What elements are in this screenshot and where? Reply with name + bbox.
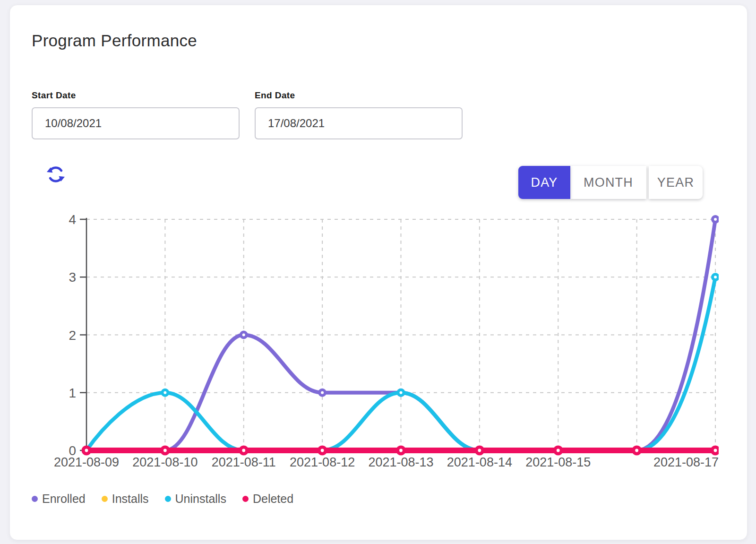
svg-text:0: 0 — [69, 443, 76, 458]
svg-text:4: 4 — [69, 212, 76, 227]
tab-year[interactable]: YEAR — [649, 166, 703, 199]
legend-label: Uninstalls — [175, 492, 226, 506]
svg-text:2021-08-09: 2021-08-09 — [54, 455, 119, 469]
chart-legend: EnrolledInstallsUninstallsDeleted — [32, 492, 293, 506]
start-date-label: Start Date — [32, 90, 240, 101]
svg-text:3: 3 — [69, 270, 76, 285]
svg-text:2021-08-13: 2021-08-13 — [368, 455, 433, 469]
legend-item-installs[interactable]: Installs — [102, 492, 149, 506]
tab-day[interactable]: DAY — [518, 166, 570, 199]
end-date-input[interactable] — [255, 107, 463, 139]
svg-text:2021-08-17: 2021-08-17 — [653, 455, 719, 469]
legend-label: Installs — [112, 492, 149, 506]
legend-item-enrolled[interactable]: Enrolled — [32, 492, 86, 506]
legend-item-deleted[interactable]: Deleted — [242, 492, 293, 506]
legend-dot — [242, 496, 249, 502]
granularity-toggle: DAY MONTH YEAR — [518, 166, 703, 199]
refresh-button[interactable] — [44, 163, 68, 187]
svg-text:2: 2 — [69, 328, 76, 343]
refresh-icon — [44, 163, 67, 186]
legend-label: Enrolled — [42, 492, 86, 506]
svg-text:1: 1 — [69, 386, 76, 400]
svg-text:2021-08-12: 2021-08-12 — [290, 455, 355, 469]
legend-dot — [32, 496, 38, 502]
end-date-field: End Date — [255, 90, 463, 139]
legend-label: Deleted — [253, 492, 293, 506]
legend-dot — [165, 496, 171, 502]
svg-text:2021-08-15: 2021-08-15 — [525, 455, 591, 469]
start-date-input[interactable] — [32, 107, 240, 139]
performance-chart: 012342021-08-092021-08-102021-08-112021-… — [10, 5, 747, 540]
start-date-field: Start Date — [32, 90, 240, 139]
tab-month[interactable]: MONTH — [570, 166, 646, 199]
page-title: Program Performance — [32, 31, 197, 50]
svg-text:2021-08-10: 2021-08-10 — [132, 455, 198, 469]
svg-text:2021-08-14: 2021-08-14 — [447, 455, 512, 469]
end-date-label: End Date — [255, 90, 463, 101]
legend-dot — [102, 496, 108, 502]
legend-item-uninstalls[interactable]: Uninstalls — [165, 492, 226, 506]
svg-text:2021-08-11: 2021-08-11 — [212, 455, 276, 469]
program-performance-card: Program Performance Start Date End Date … — [9, 5, 747, 540]
